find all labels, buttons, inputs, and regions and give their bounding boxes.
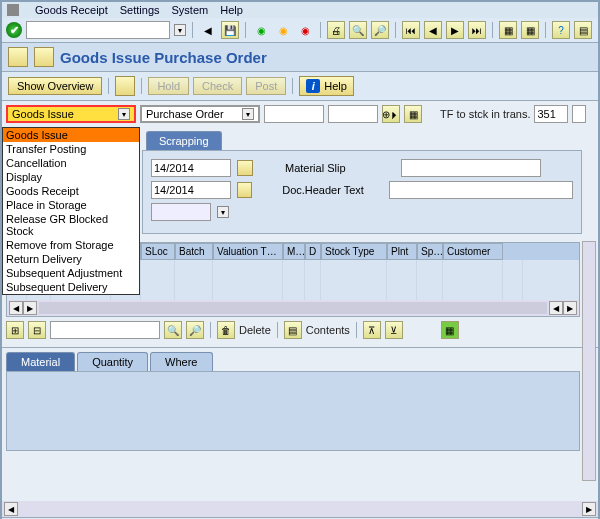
first-page-icon[interactable]: ⏮ (402, 21, 420, 39)
selection-row: Goods Issue ▾ Purchase Order ▾ ⊕⏵ ▦ TF t… (2, 101, 598, 127)
dropdown-item[interactable]: Subsequent Delivery (3, 280, 139, 294)
command-dropdown-icon[interactable]: ▾ (174, 24, 186, 36)
search-icon[interactable]: 🔍 (164, 321, 182, 339)
grid-column-header[interactable]: D (305, 243, 321, 260)
dropdown-item[interactable]: Goods Issue (3, 128, 139, 142)
chevron-down-icon: ▾ (242, 108, 254, 120)
help-button[interactable]: i Help (299, 76, 354, 96)
save-disk-icon[interactable]: 💾 (221, 21, 239, 39)
menu-settings[interactable]: Settings (120, 4, 160, 16)
scroll-left-icon[interactable]: ◀ (4, 502, 18, 516)
scroll-right-icon[interactable]: ▶ (582, 502, 596, 516)
item-search-input[interactable] (50, 321, 160, 339)
scroll-right-icon[interactable]: ▶ (563, 301, 577, 315)
show-overview-button[interactable]: Show Overview (8, 77, 102, 95)
sort-desc-icon[interactable]: ⊻ (385, 321, 403, 339)
cancel-icon[interactable]: ◉ (296, 21, 314, 39)
back-icon[interactable]: ◉ (252, 21, 270, 39)
save-icon[interactable]: ◀ (199, 21, 217, 39)
window-hscroll[interactable]: ◀ ▶ (2, 501, 598, 517)
grid-column-header[interactable]: Batch (175, 243, 213, 260)
prev-page-icon[interactable]: ◀ (424, 21, 442, 39)
dropdown-item[interactable]: Goods Receipt (3, 184, 139, 198)
execute-icon[interactable]: ⊕⏵ (382, 105, 400, 123)
header-extra-input[interactable] (151, 203, 211, 221)
command-field[interactable] (26, 21, 170, 39)
chevron-down-icon[interactable]: ▾ (217, 206, 229, 218)
dropdown-item[interactable]: Cancellation (3, 156, 139, 170)
find-next-icon[interactable]: 🔎 (371, 21, 389, 39)
doc-header-input[interactable] (389, 181, 573, 199)
tab-quantity[interactable]: Quantity (77, 352, 148, 371)
transaction-dropdown[interactable]: Goods Issue ▾ (6, 105, 136, 123)
vertical-scrollbar[interactable] (582, 241, 596, 481)
po-number-input[interactable] (264, 105, 324, 123)
posting-date-input[interactable] (151, 181, 231, 199)
detail-icon[interactable]: ▦ (404, 105, 422, 123)
chevron-down-icon: ▾ (118, 108, 130, 120)
titlebar-icon (7, 4, 19, 16)
grid-hscroll[interactable]: ◀ ▶ ◀ ▶ (7, 300, 579, 316)
document-date-input[interactable] (151, 159, 231, 177)
search-next-icon[interactable]: 🔎 (186, 321, 204, 339)
po-item-input[interactable] (328, 105, 378, 123)
menu-goods-receipt[interactable]: Goods Receipt (35, 4, 108, 16)
menu-help[interactable]: Help (220, 4, 243, 16)
header-toggle1-icon[interactable] (8, 47, 28, 67)
print-icon[interactable]: 🖨 (327, 21, 345, 39)
scroll-right-icon[interactable]: ▶ (23, 301, 37, 315)
grid-column-header[interactable]: M… (283, 243, 305, 260)
grid-column-header[interactable]: Plnt (387, 243, 417, 260)
post-button[interactable]: Post (246, 77, 286, 95)
material-slip-input[interactable] (401, 159, 541, 177)
next-page-icon[interactable]: ▶ (446, 21, 464, 39)
dropdown-item[interactable]: Place in Storage (3, 198, 139, 212)
scroll-left-icon[interactable]: ◀ (549, 301, 563, 315)
grid-column-header[interactable]: Sp… (417, 243, 443, 260)
calendar-icon[interactable] (237, 182, 252, 198)
customize-layout-icon[interactable]: ▤ (574, 21, 592, 39)
hold-button[interactable]: Hold (148, 77, 189, 95)
help-icon[interactable]: ? (552, 21, 570, 39)
header-toggle2-icon[interactable] (34, 47, 54, 67)
grid-column-header[interactable]: Customer (443, 243, 503, 260)
scroll-left-icon[interactable]: ◀ (9, 301, 23, 315)
find-icon[interactable]: 🔍 (349, 21, 367, 39)
movement-type-input[interactable] (534, 105, 568, 123)
last-page-icon[interactable]: ⏭ (468, 21, 486, 39)
tf-label: TF to stck in trans. (440, 108, 530, 120)
tab-scrapping[interactable]: Scrapping (146, 131, 222, 150)
deselect-all-icon[interactable]: ⊟ (28, 321, 46, 339)
check-button[interactable]: Check (193, 77, 242, 95)
dropdown-item[interactable]: Display (3, 170, 139, 184)
calendar-icon[interactable] (237, 160, 253, 176)
dropdown-item[interactable]: Return Delivery (3, 252, 139, 266)
dropdown-item[interactable]: Remove from Storage (3, 238, 139, 252)
grid-column-header[interactable]: SLoc (141, 243, 175, 260)
settings-icon[interactable]: ▦ (441, 321, 459, 339)
select-all-icon[interactable]: ⊞ (6, 321, 24, 339)
tab-where[interactable]: Where (150, 352, 212, 371)
delete-icon[interactable]: 🗑 (217, 321, 235, 339)
reference-dropdown[interactable]: Purchase Order ▾ (140, 105, 260, 123)
delete-label: Delete (239, 324, 271, 336)
contents-icon[interactable]: ▤ (284, 321, 302, 339)
dropdown-item[interactable]: Release GR Blocked Stock (3, 212, 139, 238)
enter-icon[interactable]: ✔ (6, 22, 22, 38)
generate-shortcut-icon[interactable]: ▦ (521, 21, 539, 39)
dropdown-item[interactable]: Subsequent Adjustment (3, 266, 139, 280)
create-session-icon[interactable]: ▦ (499, 21, 517, 39)
menu-system[interactable]: System (172, 4, 209, 16)
grid-column-header[interactable]: Valuation T… (213, 243, 283, 260)
page-header: Goods Issue Purchase Order (2, 43, 598, 72)
tab-material[interactable]: Material (6, 352, 75, 371)
sort-asc-icon[interactable]: ⊼ (363, 321, 381, 339)
info-icon: i (306, 79, 320, 93)
exit-icon[interactable]: ◉ (274, 21, 292, 39)
content-area: Goods Issue ▾ Purchase Order ▾ ⊕⏵ ▦ TF t… (2, 101, 598, 501)
dropdown-item[interactable]: Transfer Posting (3, 142, 139, 156)
grid-column-header[interactable]: Stock Type (321, 243, 387, 260)
new-doc-icon[interactable] (115, 76, 135, 96)
transaction-dropdown-list[interactable]: Goods IssueTransfer PostingCancellationD… (2, 127, 140, 295)
special-stock-input[interactable] (572, 105, 586, 123)
